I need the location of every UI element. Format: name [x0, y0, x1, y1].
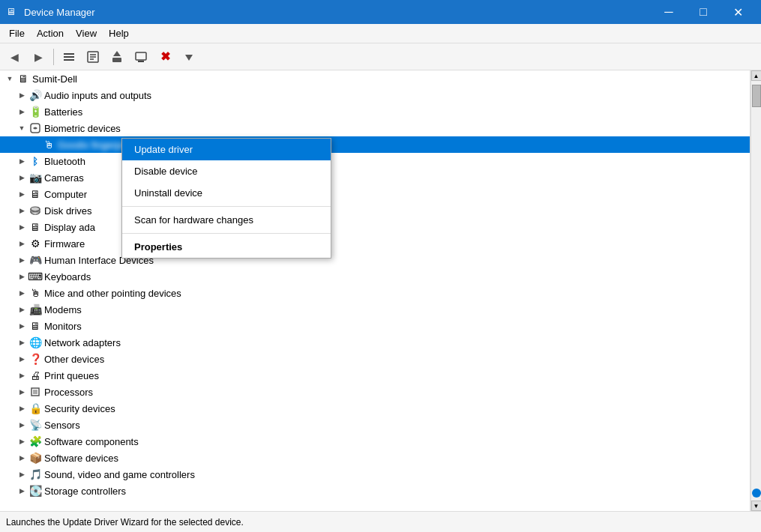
expand-software-dev[interactable]: ▶: [15, 451, 28, 465]
tree-label-bluetooth: Bluetooth: [44, 156, 85, 167]
uninstall-toolbar-button[interactable]: ✖: [154, 46, 176, 67]
expand-display[interactable]: ▶: [15, 220, 28, 234]
tree-item-root[interactable]: ▼ 🖥 Sumit-Dell: [0, 70, 750, 87]
tree-item-keyboards[interactable]: ▶ ⌨ Keyboards: [0, 268, 750, 285]
keyboard-icon: ⌨: [28, 270, 42, 283]
expand-modems[interactable]: ▶: [15, 303, 28, 316]
ctx-update-driver[interactable]: Update driver: [122, 139, 331, 160]
tree-item-other[interactable]: ▶ ❓ Other devices: [0, 351, 750, 367]
tree-item-modems[interactable]: ▶ 📠 Modems: [0, 301, 750, 318]
expand-print[interactable]: ▶: [15, 369, 28, 382]
expand-keyboards[interactable]: ▶: [15, 270, 28, 283]
expand-firmware[interactable]: ▶: [15, 237, 28, 250]
expand-processors[interactable]: ▶: [15, 385, 28, 399]
expand-cameras[interactable]: ▶: [15, 171, 28, 184]
tree-item-processors[interactable]: ▶ Processors: [0, 384, 750, 400]
right-scrollbar[interactable]: ▲ ▼: [751, 70, 761, 511]
tree-item-software-comp[interactable]: ▶ 🧩 Software components: [0, 433, 750, 450]
expand-audio[interactable]: ▶: [15, 88, 28, 102]
tree-item-batteries[interactable]: ▶ 🔋 Batteries: [0, 103, 750, 120]
scroll-down-button[interactable]: ▼: [751, 501, 762, 511]
tree-item-storage[interactable]: ▶ 💽 Storage controllers: [0, 483, 750, 499]
forward-button[interactable]: ▶: [27, 46, 49, 67]
computer-icon: 🖥: [16, 72, 30, 85]
expand-other[interactable]: ▶: [15, 352, 28, 366]
ctx-disable-device[interactable]: Disable device: [122, 160, 331, 182]
svg-rect-7: [112, 58, 121, 62]
close-button[interactable]: ✕: [721, 0, 755, 24]
tree-item-biometric[interactable]: ▼ Biometric devices: [0, 120, 750, 136]
expand-network[interactable]: ▶: [15, 336, 28, 349]
expand-bluetooth[interactable]: ▶: [15, 154, 28, 168]
expand-batteries[interactable]: ▶: [15, 105, 28, 118]
menu-view[interactable]: View: [70, 25, 103, 41]
tree-label-root: Sumit-Dell: [32, 73, 77, 85]
firmware-icon: ⚙: [28, 237, 42, 250]
tree-item-network[interactable]: ▶ 🌐 Network adapters: [0, 334, 750, 351]
tree-item-human[interactable]: ▶ 🎮 Human Interface Devices: [0, 252, 750, 268]
tree-item-print[interactable]: ▶ 🖨 Print queues: [0, 367, 750, 384]
context-menu: Update driver Disable device Uninstall d…: [121, 138, 331, 259]
add-device-toolbar-button[interactable]: [178, 46, 200, 67]
tree-label-network: Network adapters: [44, 337, 121, 348]
tree-item-mice[interactable]: ▶ 🖱 Mice and other pointing devices: [0, 285, 750, 301]
tree-item-display[interactable]: ▶ 🖥 Display ada: [0, 219, 750, 235]
scroll-track[interactable]: [751, 81, 762, 501]
tree-label-monitors: Monitors: [44, 321, 82, 332]
menu-help[interactable]: Help: [103, 25, 135, 41]
scroll-thumb[interactable]: [752, 85, 761, 107]
tree-item-cameras[interactable]: ▶ 📷 Cameras: [0, 169, 750, 186]
device-tree[interactable]: ▼ 🖥 Sumit-Dell ▶ 🔊 Audio inputs and outp…: [0, 70, 751, 511]
scan-hardware-toolbar-button[interactable]: [130, 46, 152, 67]
expand-security[interactable]: ▶: [15, 402, 28, 415]
tree-label-sound: Sound, video and game controllers: [44, 469, 195, 480]
tree-label-print: Print queues: [44, 370, 99, 381]
svg-marker-8: [113, 51, 121, 56]
menu-bar: File Action View Help: [0, 24, 761, 43]
tree-label-firmware: Firmware: [44, 238, 85, 250]
svg-rect-17: [33, 390, 37, 394]
ctx-scan-hardware[interactable]: Scan for hardware changes: [122, 209, 331, 231]
add-device-icon: [182, 50, 196, 64]
svg-rect-9: [136, 52, 146, 60]
ctx-uninstall-device[interactable]: Uninstall device: [122, 182, 331, 204]
tree-item-firmware[interactable]: ▶ ⚙ Firmware: [0, 235, 750, 252]
maximize-button[interactable]: □: [686, 0, 721, 24]
ctx-separator-1: [122, 206, 331, 207]
minimize-button[interactable]: ─: [652, 0, 686, 24]
other-icon: ❓: [28, 352, 42, 366]
expand-human[interactable]: ▶: [15, 253, 28, 267]
tree-item-goodix[interactable]: 🖱 Goodix fingerprint: [0, 136, 750, 153]
title-bar-left: 🖥 Device Manager: [6, 6, 95, 18]
scroll-up-button[interactable]: ▲: [751, 70, 762, 81]
expand-computer[interactable]: ▶: [15, 187, 28, 201]
update-driver-toolbar-button[interactable]: [106, 46, 128, 67]
expand-root[interactable]: ▼: [3, 72, 16, 85]
tree-item-sensors[interactable]: ▶ 📡 Sensors: [0, 417, 750, 433]
menu-action[interactable]: Action: [31, 25, 70, 41]
tree-item-bluetooth[interactable]: ▶ ᛒ Bluetooth: [0, 153, 750, 169]
expand-mice[interactable]: ▶: [15, 286, 28, 300]
expand-software-comp[interactable]: ▶: [15, 435, 28, 448]
tree-item-sound[interactable]: ▶ 🎵 Sound, video and game controllers: [0, 466, 750, 483]
tree-item-security[interactable]: ▶ 🔒 Security devices: [0, 400, 750, 417]
expand-sound[interactable]: ▶: [15, 468, 28, 481]
tree-item-computer[interactable]: ▶ 🖥 Computer: [0, 186, 750, 202]
expand-disk[interactable]: ▶: [15, 204, 28, 217]
tree-item-monitors[interactable]: ▶ 🖥 Monitors: [0, 318, 750, 334]
tree-item-audio[interactable]: ▶ 🔊 Audio inputs and outputs: [0, 87, 750, 103]
expand-biometric[interactable]: ▼: [15, 121, 28, 135]
expand-sensors[interactable]: ▶: [15, 418, 28, 432]
properties-button[interactable]: [82, 46, 104, 67]
storage-icon: 💽: [28, 484, 42, 498]
tree-item-software-dev[interactable]: ▶ 📦 Software devices: [0, 450, 750, 466]
tree-item-disk[interactable]: ▶ Disk drives: [0, 202, 750, 219]
back-button[interactable]: ◀: [3, 46, 25, 67]
svg-point-15: [31, 207, 40, 211]
expand-storage[interactable]: ▶: [15, 484, 28, 498]
expand-monitors[interactable]: ▶: [15, 319, 28, 333]
ctx-properties[interactable]: Properties: [122, 236, 331, 258]
menu-file[interactable]: File: [3, 25, 31, 41]
show-hide-button[interactable]: [58, 46, 80, 67]
svg-rect-0: [64, 53, 74, 55]
